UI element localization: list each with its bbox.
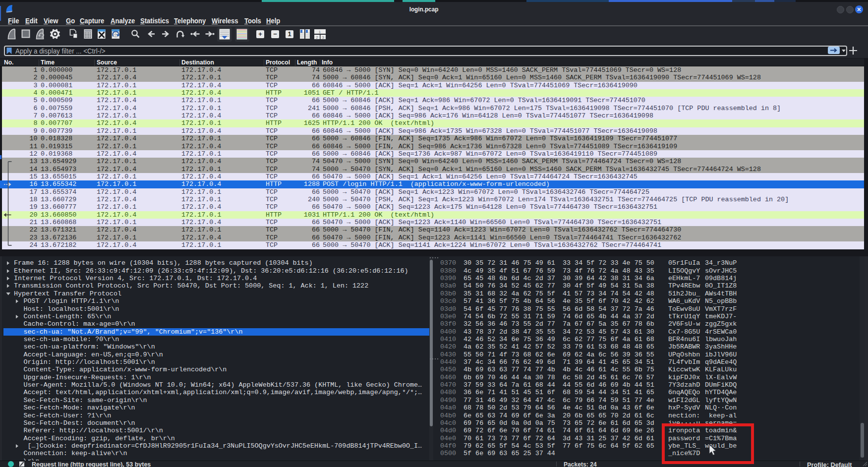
svg-text:2: 2 bbox=[316, 35, 318, 40]
svg-text:3: 3 bbox=[322, 35, 324, 40]
svg-text:1: 1 bbox=[319, 30, 321, 34]
